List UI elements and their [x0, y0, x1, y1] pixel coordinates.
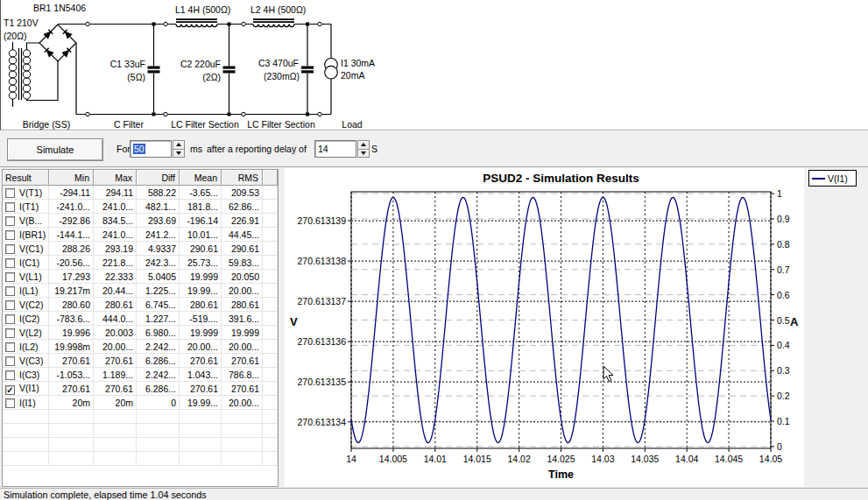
- spinner-down-icon: [176, 151, 181, 155]
- table-row[interactable]: V(C2)280.60280.616.745...280.61280.61: [3, 298, 278, 312]
- svg-text:A: A: [790, 315, 799, 328]
- value-cell: 6.286...: [137, 354, 180, 368]
- filler-cell: [263, 340, 278, 354]
- result-label: I(BR1): [19, 229, 46, 240]
- delay-input[interactable]: 14: [314, 140, 356, 158]
- l2-label: L2 4H (500Ω): [251, 4, 306, 15]
- table-row[interactable]: I(C2)-783.6...444.0...1.227...-519....39…: [3, 312, 278, 326]
- circuit-schematic-area: BR1 1N5406 T1 210V (20Ω) L1 4H (500Ω) L2…: [0, 0, 868, 130]
- value-cell: 241.0...: [94, 228, 137, 242]
- empty-row: [3, 438, 278, 452]
- empty-row: [3, 424, 278, 438]
- value-cell: 242.3...: [137, 256, 180, 270]
- table-row[interactable]: I(BR1)-144.1...241.0...241.2...10.01...4…: [3, 228, 278, 242]
- row-checkbox[interactable]: [5, 300, 15, 310]
- duration-input[interactable]: 50: [130, 140, 172, 158]
- value-cell: 290.61: [222, 242, 263, 256]
- table-row[interactable]: V(L1)17.29322.3335.040519.99920.050: [3, 270, 278, 284]
- legend-line-icon: [812, 178, 825, 180]
- filler-cell: [263, 200, 278, 214]
- row-checkbox[interactable]: [5, 244, 15, 254]
- table-row[interactable]: V(C1)288.26293.194.9337290.61290.61: [3, 242, 278, 256]
- duration-spinner: 50: [130, 140, 185, 158]
- row-checkbox[interactable]: [5, 328, 15, 338]
- filler-cell: [263, 298, 278, 312]
- row-checkbox[interactable]: [5, 314, 15, 324]
- circuit-schematic[interactable]: BR1 1N5406 T1 210V (20Ω) L1 4H (500Ω) L2…: [1, 0, 868, 130]
- value-cell: 391.6...: [222, 312, 263, 326]
- value-cell: 20.00...: [222, 284, 263, 298]
- column-header-mean[interactable]: Mean: [180, 170, 222, 186]
- svg-text:270.613134: 270.613134: [298, 417, 347, 427]
- svg-text:14.005: 14.005: [379, 454, 407, 464]
- value-cell: -1.053...: [49, 368, 94, 382]
- row-checkbox[interactable]: [5, 202, 15, 212]
- row-checkbox[interactable]: [5, 188, 15, 198]
- filler-cell: [263, 368, 278, 382]
- table-row[interactable]: I(C3)-1.053...1.189...2.242...1.043...78…: [3, 368, 278, 382]
- value-cell: 280.61: [94, 298, 137, 312]
- row-checkbox[interactable]: [5, 398, 15, 408]
- junction-dots: [152, 23, 310, 116]
- value-cell: 270.61: [49, 354, 94, 368]
- row-checkbox[interactable]: [5, 356, 15, 366]
- value-cell: 19.999: [222, 326, 263, 340]
- table-row[interactable]: I(I1)20m20m019.99...20.00...: [3, 396, 278, 410]
- value-cell: 444.0...: [94, 312, 137, 326]
- row-checkbox-checked[interactable]: ✓: [5, 385, 15, 395]
- result-label: I(C2): [19, 313, 39, 324]
- svg-text:0.3: 0.3: [777, 365, 790, 376]
- table-row[interactable]: I(L1)19.217m20.44...1.225...19.99...20.0…: [3, 284, 278, 298]
- value-cell: -144.1...: [49, 228, 94, 242]
- empty-row: [3, 452, 278, 466]
- bridge-diodes: [44, 30, 72, 57]
- value-cell: -3.65...: [180, 186, 222, 200]
- column-header-min[interactable]: Min: [49, 170, 94, 186]
- svg-text:0.6: 0.6: [777, 290, 790, 300]
- column-header-rms[interactable]: RMS: [222, 170, 263, 186]
- table-row[interactable]: I(L2)19.998m20.00...2.242...20.00...20.0…: [3, 340, 278, 354]
- duration-spin-down-button[interactable]: [173, 149, 185, 158]
- svg-text:270.613138: 270.613138: [298, 256, 347, 266]
- table-row[interactable]: V(T1)-294.11294.11588.22-3.65...209.53: [3, 186, 278, 200]
- column-header-max[interactable]: Max: [94, 170, 137, 186]
- svg-text:0.9: 0.9: [777, 214, 790, 224]
- chart-legend: V(I1): [808, 170, 857, 187]
- row-checkbox[interactable]: [5, 230, 15, 240]
- table-row[interactable]: ✓V(I1)270.61270.616.286...270.61270.61: [3, 382, 278, 396]
- result-label: V(T1): [19, 187, 42, 198]
- column-header-diff[interactable]: Diff: [137, 170, 180, 186]
- value-cell: 22.333: [94, 270, 137, 284]
- row-checkbox[interactable]: [5, 272, 15, 282]
- simulate-button[interactable]: Simulate: [7, 138, 103, 161]
- svg-text:14.015: 14.015: [463, 454, 491, 464]
- table-row[interactable]: V(B...-292.86834.5...293.69-196.14226.91: [3, 214, 278, 228]
- row-checkbox[interactable]: [5, 342, 15, 352]
- svg-text:270.613136: 270.613136: [298, 336, 347, 347]
- row-checkbox[interactable]: [5, 258, 15, 268]
- row-checkbox[interactable]: [5, 370, 15, 380]
- table-row[interactable]: I(T1)-241.0...241.0...482.1...181.8...62…: [3, 200, 278, 214]
- value-cell: 270.61: [94, 354, 137, 368]
- row-checkbox[interactable]: [5, 216, 15, 226]
- value-cell: 19.998m: [49, 340, 94, 354]
- svg-text:14.045: 14.045: [715, 454, 743, 464]
- delay-spin-down-button[interactable]: [357, 149, 370, 158]
- result-label: V(L1): [19, 271, 42, 282]
- value-cell: 270.61: [222, 354, 263, 368]
- chart-panel: 10.90.80.70.60.50.40.30.20.10270.6131392…: [285, 168, 868, 487]
- result-label: I(C1): [19, 257, 39, 268]
- value-cell: 6.286...: [137, 382, 180, 396]
- transformer-impedance: (20Ω): [4, 31, 27, 41]
- table-row[interactable]: I(C1)-20.56...221.8...242.3...25.73...59…: [3, 256, 278, 270]
- c3-label: C3 470uF: [258, 58, 299, 68]
- row-checkbox[interactable]: [5, 286, 15, 296]
- svg-text:PSUD2 - Simulation Results: PSUD2 - Simulation Results: [483, 172, 639, 185]
- c1-label: C1 33uF: [110, 59, 145, 69]
- table-row[interactable]: V(C3)270.61270.616.286...270.61270.61: [3, 354, 278, 368]
- table-row[interactable]: V(L2)19.99620.0036.980...19.99919.999: [3, 326, 278, 340]
- filler-cell: [263, 354, 278, 368]
- value-cell: 20.00...: [94, 340, 137, 354]
- filler-cell: [263, 396, 278, 410]
- column-header-result[interactable]: Result: [3, 170, 49, 186]
